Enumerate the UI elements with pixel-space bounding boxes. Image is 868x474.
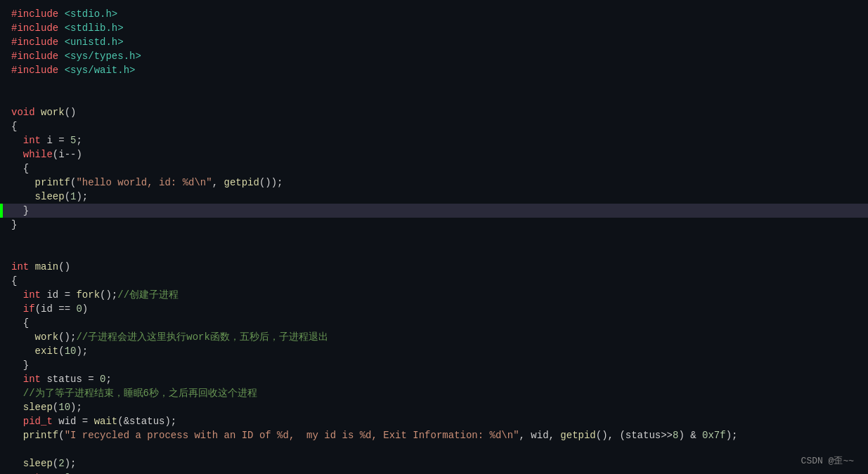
code-line-6 (0, 77, 868, 91)
code-line-13: printf("hello world, id: %d\n", getpid()… (0, 176, 868, 190)
code-line-22: if(id == 0) (0, 302, 868, 316)
code-line-33: sleep(2); (0, 456, 868, 470)
code-line-21: int id = fork();//创建子进程 (0, 288, 868, 302)
code-line-24: work();//子进程会进入这里执行work函数，五秒后，子进程退出 (0, 330, 868, 344)
code-editor: #include <stdio.h> #include <stdlib.h> #… (0, 0, 868, 474)
code-line-1: #include <stdio.h> (0, 7, 868, 21)
code-line-27: int status = 0; (0, 372, 868, 386)
code-line-32 (0, 442, 868, 456)
code-line-20: { (0, 274, 868, 288)
code-line-5: #include <sys/wait.h> (0, 63, 868, 77)
code-line-2: #include <stdlib.h> (0, 21, 868, 35)
code-line-10: int i = 5; (0, 133, 868, 147)
code-line-34: return 0; (0, 470, 868, 474)
code-line-17 (0, 232, 868, 246)
code-line-18 (0, 246, 868, 260)
code-line-25: exit(10); (0, 344, 868, 358)
code-line-26: } (0, 358, 868, 372)
watermark: CSDN @歪~~ (801, 454, 854, 467)
code-line-3: #include <unistd.h> (0, 35, 868, 49)
code-line-7 (0, 91, 868, 105)
code-line-16: } (0, 218, 868, 232)
cursor-marker (0, 204, 3, 218)
code-line-14: sleep(1); (0, 190, 868, 204)
code-line-30: pid_t wid = wait(&status); (0, 414, 868, 428)
code-line-31: printf("I recycled a process with an ID … (0, 428, 868, 442)
code-line-23: { (0, 316, 868, 330)
code-line-4: #include <sys/types.h> (0, 49, 868, 63)
code-line-29: sleep(10); (0, 400, 868, 414)
code-line-9: { (0, 119, 868, 133)
code-line-12: { (0, 162, 868, 176)
code-line-19: int main() (0, 260, 868, 274)
code-line-28: //为了等子进程结束，睡眠6秒，之后再回收这个进程 (0, 386, 868, 400)
code-line-15: } (0, 204, 868, 218)
code-line-11: while(i--) (0, 147, 868, 162)
code-line-8: void work() (0, 105, 868, 119)
